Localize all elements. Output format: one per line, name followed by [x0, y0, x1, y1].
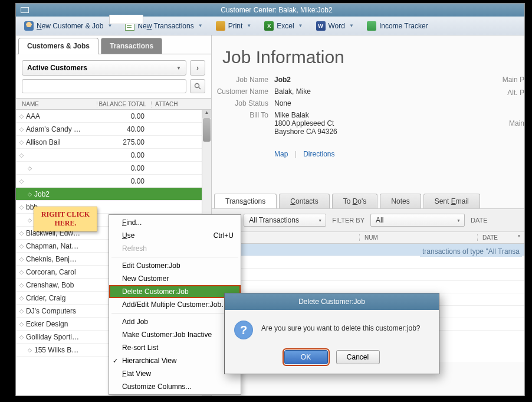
lower-tabs: Transactions Contacts To Do's Notes Sent…	[212, 194, 524, 209]
info-right-labels: Main P Alt. P Main	[503, 76, 524, 132]
list-item[interactable]: ◇0.00	[16, 175, 202, 188]
list-item[interactable]: ◇Adam's Candy …40.00	[16, 123, 202, 136]
dialog-title: Delete Customer:Job	[225, 293, 439, 310]
table-row[interactable]	[212, 281, 524, 293]
menu-item[interactable]: UseCtrl+U	[109, 229, 241, 242]
delete-dialog: Delete Customer:Job ? Are you sure you w…	[224, 293, 439, 374]
excel-icon: X	[264, 21, 274, 31]
income-tracker-icon	[367, 21, 376, 31]
panel-tabs: Customers & Jobs Transactions	[16, 38, 211, 54]
titlebar: Customer Center: Balak, Mike:Job2	[16, 4, 524, 17]
tab-notes[interactable]: Notes	[380, 194, 421, 208]
print-icon	[216, 21, 225, 31]
person-icon	[24, 21, 34, 31]
menu-item[interactable]: Edit Customer:Job	[109, 259, 241, 272]
list-item[interactable]: ◇0.00	[16, 162, 202, 175]
toolbar: New Customer & Job ▼ New Transactions ▼ …	[16, 17, 524, 35]
dialog-message: Are you sure you want to delete this cus…	[261, 321, 420, 332]
filter-expand-button[interactable]: ›	[190, 60, 205, 76]
tab-transactions-lower[interactable]: Transactions	[214, 194, 277, 208]
chevron-down-icon: ▼	[298, 23, 303, 28]
col-attach[interactable]: ATTACH	[152, 101, 211, 107]
col-balance[interactable]: BALANCE TOTAL	[97, 101, 152, 107]
print-button[interactable]: Print ▼	[214, 20, 254, 32]
menu-item[interactable]: Customize Columns...	[109, 380, 241, 393]
income-tracker-button[interactable]: Income Tracker	[364, 20, 431, 32]
system-menu-icon[interactable]	[21, 7, 29, 13]
tab-contacts[interactable]: Contacts	[279, 194, 329, 208]
label-bill-to: Bill To	[212, 111, 274, 136]
date-label: DATE	[471, 217, 488, 224]
context-menu: Find...UseCtrl+URefreshEdit Customer:Job…	[109, 214, 241, 395]
question-icon: ?	[234, 321, 253, 339]
list-item[interactable]: ◇AAA0.00	[16, 110, 202, 123]
label-job-status: Job Status	[212, 99, 274, 107]
svg-point-0	[195, 84, 199, 88]
filter-by-select[interactable]: All	[370, 214, 465, 227]
value-customer-name: Balak, Mike	[274, 87, 311, 96]
right-click-callout: RIGHT CLICK HERE.	[34, 207, 97, 231]
value-job-status: None	[274, 99, 291, 107]
search-button[interactable]	[190, 79, 205, 93]
scroll-thumb[interactable]	[203, 118, 211, 142]
filter-by-label: FILTER BY	[332, 217, 364, 224]
menu-item[interactable]: Add/Edit Multiple Customer:Job…	[109, 298, 241, 311]
cancel-button[interactable]: Cancel	[336, 350, 380, 364]
dialog-body: ? Are you sure you want to delete this c…	[225, 310, 439, 345]
list-item[interactable]: ◇0.00	[16, 149, 202, 162]
excel-button[interactable]: X Excel ▼	[262, 20, 305, 32]
menu-item[interactable]: Delete Customer:Job	[109, 285, 241, 298]
word-button[interactable]: W Word ▼	[314, 20, 356, 32]
tx-grid-header: TYPE NUM DATE	[212, 232, 524, 244]
window-title: Customer Center: Balak, Mike:Job2	[34, 6, 520, 14]
menu-item[interactable]: Find...	[109, 216, 241, 229]
tab-todos[interactable]: To Do's	[332, 194, 378, 208]
menu-item: Refresh	[109, 242, 241, 255]
list-item[interactable]: ◇Allison Bail275.00	[16, 136, 202, 149]
ok-button[interactable]: OK	[284, 350, 328, 364]
grid-header: NAME BALANCE TOTAL ATTACH	[16, 98, 211, 110]
table-row[interactable]	[212, 256, 524, 269]
txcol-date[interactable]: DATE	[477, 234, 524, 241]
word-icon: W	[316, 21, 326, 31]
directions-link[interactable]: Directions	[303, 150, 334, 158]
tx-filter-bar: SHOW All Transactions FILTER BY All DATE	[212, 209, 524, 232]
map-link[interactable]: Map	[274, 150, 288, 158]
menu-separator	[111, 313, 238, 313]
value-bill-to: Mike Balak 1800 Appleseed Ct Bayshore CA…	[274, 111, 337, 136]
menu-item[interactable]: Make Customer:Job Inactive	[109, 328, 241, 341]
tab-customers-jobs[interactable]: Customers & Jobs	[18, 38, 98, 54]
value-job-name: Job2	[274, 76, 291, 84]
label-customer-name: Customer Name	[212, 87, 274, 96]
page-title: Job Information	[212, 35, 524, 76]
no-data-message: transactions of type "All Transa	[420, 246, 522, 257]
new-customer-job-button[interactable]: New Customer & Job ▼	[22, 20, 114, 32]
dialog-buttons: OK Cancel	[225, 345, 439, 374]
tab-transactions[interactable]: Transactions	[101, 38, 162, 54]
menu-item[interactable]: ✓Hierarchical View	[109, 354, 241, 367]
txcol-num[interactable]: NUM	[359, 234, 477, 241]
menu-item[interactable]: Re-sort List	[109, 341, 241, 354]
chevron-down-icon: ▼	[247, 23, 251, 28]
customer-filter-select[interactable]: Active Customers	[22, 60, 186, 76]
chevron-down-icon: ▼	[198, 23, 203, 28]
col-name[interactable]: NAME	[22, 101, 97, 107]
chevron-down-icon: ▼	[349, 23, 354, 28]
search-row	[16, 79, 211, 98]
menu-separator	[111, 257, 238, 257]
filter-row: Active Customers ›	[16, 54, 211, 79]
table-row[interactable]	[212, 269, 524, 281]
list-item[interactable]: ◇Job2	[16, 188, 202, 201]
tab-underhang	[109, 15, 143, 24]
map-links: Map | Directions	[212, 139, 524, 158]
menu-item[interactable]: New Customer	[109, 272, 241, 285]
menu-item[interactable]: Add Job	[109, 315, 241, 328]
svg-line-1	[199, 87, 201, 89]
search-input[interactable]	[22, 79, 186, 93]
search-icon	[194, 83, 201, 90]
scroll-up-icon[interactable]: ▲	[202, 110, 211, 118]
menu-item[interactable]: Flat View	[109, 367, 241, 380]
label-job-name: Job Name	[212, 76, 274, 84]
tab-sent-email[interactable]: Sent Email	[423, 194, 480, 208]
show-select[interactable]: All Transactions	[244, 214, 326, 227]
